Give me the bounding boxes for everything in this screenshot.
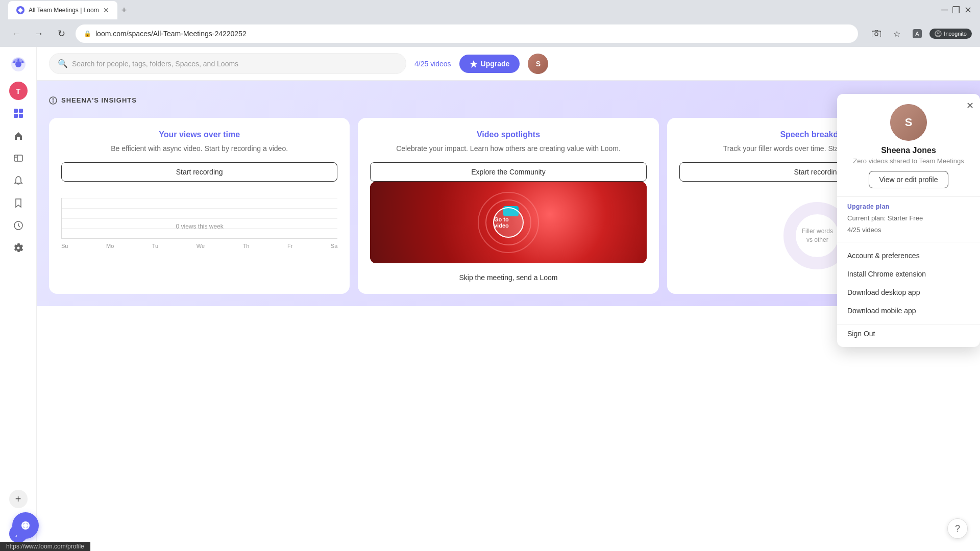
sidebar-item-settings[interactable] xyxy=(9,239,28,257)
views-card-desc: Be efficient with async video. Start by … xyxy=(61,143,337,154)
svg-text:A: A xyxy=(916,31,920,37)
tab-close-icon[interactable]: ✕ xyxy=(103,6,109,14)
day-su: Su xyxy=(61,243,68,249)
dropdown-close-button[interactable]: ✕ xyxy=(966,100,974,111)
back-button[interactable]: ← xyxy=(8,26,24,42)
spotlights-card: Video spotlights Celebrate your impact. … xyxy=(358,118,658,294)
new-tab-button[interactable]: + xyxy=(117,3,131,18)
svg-rect-0 xyxy=(872,31,881,37)
svg-rect-12 xyxy=(19,109,23,113)
sidebar-item-clock[interactable] xyxy=(9,216,28,235)
svg-rect-11 xyxy=(14,109,18,113)
status-url: https://www.loom.com/profile xyxy=(6,543,84,550)
tab-favicon xyxy=(16,6,24,14)
svg-point-10 xyxy=(13,61,15,63)
dropdown-upgrade-section: Upgrade plan Current plan: Starter Free … xyxy=(837,197,980,242)
minimize-icon[interactable]: ─ xyxy=(941,5,948,16)
add-button[interactable]: + xyxy=(9,490,28,508)
chart-zero-label: 0 views this week xyxy=(176,223,223,230)
svg-point-19 xyxy=(53,98,54,99)
current-plan: Current plan: Starter Free xyxy=(837,214,980,226)
insights-title: SHEENA'S INSIGHTS xyxy=(49,96,137,105)
svg-point-8 xyxy=(17,59,19,61)
plan-video-count: 4/25 videos xyxy=(837,226,980,238)
svg-point-7 xyxy=(15,61,21,67)
search-bar[interactable]: 🔍 Search for people, tags, folders, Spac… xyxy=(49,53,406,74)
svg-point-1 xyxy=(875,33,878,36)
account-preferences-item[interactable]: Account & preferences xyxy=(837,246,980,265)
install-chrome-item[interactable]: Install Chrome extension xyxy=(837,265,980,283)
sign-out-item[interactable]: Sign Out xyxy=(837,324,980,343)
day-we: We xyxy=(197,243,205,249)
top-header: 🔍 Search for people, tags, folders, Spac… xyxy=(37,47,980,81)
address-bar: ← → ↻ 🔒 loom.com/spaces/All-Team-Meeting… xyxy=(0,20,980,47)
incognito-label: Incognito xyxy=(944,31,967,37)
upgrade-label: Upgrade xyxy=(481,60,510,68)
incognito-badge: Incognito xyxy=(929,29,972,39)
views-card-title: Your views over time xyxy=(61,130,337,139)
spotlights-card-title: Video spotlights xyxy=(370,130,646,139)
insights-title-text: SHEENA'S INSIGHTS xyxy=(61,96,137,104)
sidebar-item-home[interactable] xyxy=(9,127,28,145)
go-to-video-label: Go to video xyxy=(494,216,523,229)
dropdown-menu-section: Account & preferences Install Chrome ext… xyxy=(837,242,980,324)
reload-button[interactable]: ↻ xyxy=(53,26,69,42)
sidebar-item-grid[interactable] xyxy=(9,104,28,122)
profile-dropdown: ✕ S Sheena Jones Zero videos shared to T… xyxy=(837,94,980,347)
video-thumbnail[interactable]: Go to video xyxy=(370,182,646,263)
search-icon: 🔍 xyxy=(58,59,68,68)
svg-point-5 xyxy=(937,32,939,34)
explore-community-button[interactable]: Explore the Community xyxy=(370,162,646,182)
forward-button[interactable]: → xyxy=(31,26,47,42)
svg-point-9 xyxy=(21,61,23,63)
donut-label: Filler words vs other xyxy=(802,227,833,244)
day-mo: Mo xyxy=(106,243,114,249)
camera-icon[interactable] xyxy=(868,26,885,42)
star-icon[interactable]: ☆ xyxy=(889,26,905,42)
start-recording-button-1[interactable]: Start recording xyxy=(61,162,337,182)
insights-header: SHEENA'S INSIGHTS This week ‹ › xyxy=(49,93,968,108)
sidebar-item-bell[interactable] xyxy=(9,171,28,190)
sidebar-item-bookmark[interactable] xyxy=(9,194,28,212)
tab-title: All Team Meetings | Loom xyxy=(29,7,99,14)
upgrade-plan-title: Upgrade plan xyxy=(837,201,980,214)
profile-manager-icon[interactable]: A xyxy=(909,26,925,42)
day-fr: Fr xyxy=(287,243,292,249)
view-profile-button[interactable]: View or edit profile xyxy=(869,171,949,188)
user-avatar-sidebar[interactable]: T xyxy=(9,82,28,100)
window-controls: ─ ❐ ✕ xyxy=(941,5,976,16)
day-sa: Sa xyxy=(331,243,337,249)
profile-avatar-header[interactable]: S xyxy=(528,54,548,74)
download-mobile-item[interactable]: Download mobile app xyxy=(837,302,980,320)
url-bar[interactable]: 🔒 loom.com/spaces/All-Team-Meetings-2422… xyxy=(76,24,858,43)
svg-rect-15 xyxy=(14,155,22,161)
sidebar-item-library[interactable] xyxy=(9,149,28,167)
video-count: 4/25 videos xyxy=(414,60,451,68)
svg-marker-17 xyxy=(470,60,478,68)
video-count-link[interactable]: 4/25 videos xyxy=(414,60,451,68)
video-caption: Skip the meeting, send a Loom xyxy=(370,273,646,282)
browser-tab[interactable]: All Team Meetings | Loom ✕ xyxy=(8,1,117,19)
restore-icon[interactable]: ❐ xyxy=(952,5,960,16)
day-th: Th xyxy=(243,243,250,249)
help-button[interactable]: ? xyxy=(947,518,968,539)
svg-rect-14 xyxy=(19,114,23,118)
svg-rect-13 xyxy=(14,114,18,118)
upgrade-button[interactable]: Upgrade xyxy=(459,55,520,73)
play-button-overlay[interactable]: Go to video xyxy=(493,207,524,238)
dropdown-subtitle: Zero videos shared to Team Meetings xyxy=(853,157,964,165)
record-button[interactable] xyxy=(12,512,39,539)
dropdown-user-name: Sheena Jones xyxy=(881,146,936,155)
dropdown-avatar: S xyxy=(890,104,927,141)
cards-grid: Your views over time Be efficient with a… xyxy=(49,118,968,294)
loom-logo[interactable] xyxy=(9,55,28,73)
browser-actions: ☆ A Incognito xyxy=(868,26,972,42)
close-icon[interactable]: ✕ xyxy=(964,5,972,16)
sidebar: T + A xyxy=(0,47,37,551)
views-chart: 0 views this week Su Mo Tu We Th Fr Sa xyxy=(61,190,337,282)
chart-day-labels: Su Mo Tu We Th Fr Sa xyxy=(61,243,337,249)
day-tu: Tu xyxy=(152,243,158,249)
download-desktop-item[interactable]: Download desktop app xyxy=(837,283,980,302)
spotlights-card-desc: Celebrate your impact. Learn how others … xyxy=(370,143,646,154)
svg-point-23 xyxy=(23,523,28,528)
